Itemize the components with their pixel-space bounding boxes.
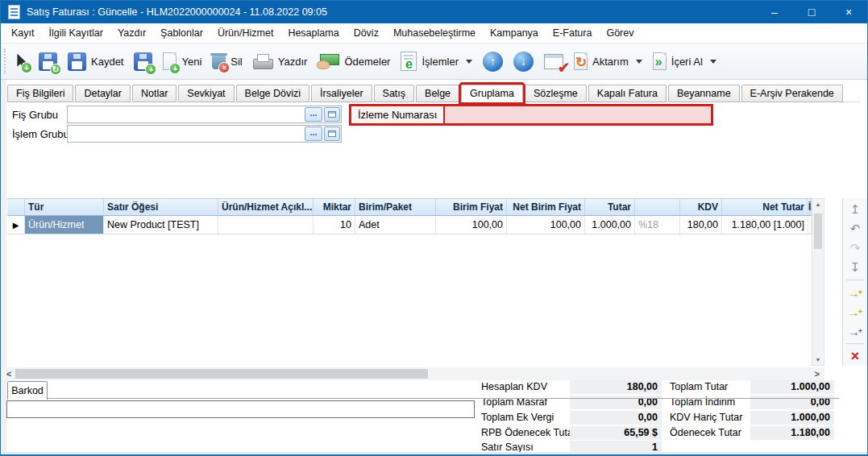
column-satir-ogesi[interactable]: Satır Öğesi	[104, 199, 218, 215]
menu-doviz[interactable]: Döviz	[347, 23, 386, 43]
cell-tutar[interactable]: 1.000,00	[585, 216, 635, 234]
menu-yazdir[interactable]: Yazdır	[110, 23, 153, 43]
maximize-button[interactable]: □	[793, 1, 830, 23]
menu-kampanya[interactable]: Kampanya	[483, 23, 546, 43]
floppy-icon	[68, 52, 86, 71]
grid-horizontal-scrollbar[interactable]: < >	[2, 367, 824, 380]
insert-line-icon[interactable]: →+	[843, 283, 867, 302]
column-net-tutar[interactable]: Net Tutar	[722, 199, 808, 215]
tab-belge[interactable]: Belge	[416, 85, 459, 102]
scroll-up-icon[interactable]: ▲	[812, 201, 824, 207]
close-button[interactable]: ×	[830, 1, 867, 23]
iceri-al-dropdown-icon[interactable]	[710, 60, 716, 64]
tab-beyanname[interactable]: Beyanname	[668, 85, 740, 102]
toolbar-drag-handle[interactable]	[4, 48, 6, 74]
menu-e-fatura[interactable]: E-Fatura	[546, 23, 600, 43]
payments-button[interactable]: Ödemeler	[318, 53, 390, 69]
table-row[interactable]: ▶ Ürün/Hizmet New Product [TEST] 10 Adet…	[7, 216, 812, 234]
cell-miktar[interactable]: 10	[314, 216, 355, 234]
cell-aciklama[interactable]	[218, 216, 314, 234]
horizontal-scroll-thumb[interactable]	[15, 369, 428, 379]
vertical-scroll-thumb[interactable]	[814, 213, 822, 249]
menu-kayit[interactable]: Kayıt	[4, 23, 42, 43]
fis-grubu-list-icon[interactable]	[324, 107, 340, 122]
print-button[interactable]: Yazdır	[253, 54, 308, 69]
up-circle-icon: ↑	[483, 52, 503, 72]
menu-gorev[interactable]: Görev	[599, 23, 641, 43]
move-down-button[interactable]: ↓	[513, 52, 534, 72]
minimize-button[interactable]: –	[756, 1, 793, 23]
tab-fis-bilgileri[interactable]: Fiş Bilgileri	[7, 85, 73, 102]
add-record-button[interactable]: +	[15, 54, 28, 69]
column-birim-fiyat[interactable]: Birim Fiyat	[436, 199, 507, 215]
menu-muhasebelestirme[interactable]: Muhasebeleştirme	[386, 23, 483, 43]
fis-grubu-lookup-icon[interactable]: ...	[305, 107, 322, 122]
tab-sozlesme[interactable]: Sözleşme	[525, 85, 587, 102]
move-up-button[interactable]: ↑	[483, 52, 503, 72]
check-window-icon: ✔	[544, 54, 563, 69]
cell-net-tutar[interactable]: 1.180,00 [1.000]	[722, 216, 808, 234]
save-as-new-button[interactable]: +	[134, 52, 152, 71]
toolbar-divider	[846, 343, 864, 344]
undo-line-icon[interactable]: ↶	[843, 219, 867, 238]
cell-satir-ogesi[interactable]: New Product [TEST]	[104, 216, 218, 234]
menu-urun-hizmet[interactable]: Ürün/Hizmet	[210, 23, 280, 43]
approve-button[interactable]: ✔	[544, 54, 563, 69]
save-button[interactable]: Kaydet	[68, 52, 123, 71]
tab-sevkiyat[interactable]: Sevkiyat	[178, 85, 234, 102]
iceri-al-button[interactable]: » İçeri Al	[653, 52, 716, 70]
delete-line-icon[interactable]: ×	[843, 346, 867, 366]
tab-notlar[interactable]: Notlar	[132, 85, 177, 102]
islemler-button[interactable]: e İşlemler	[401, 52, 472, 71]
column-net-birim-fiyat[interactable]: Net Birim Fiyat	[507, 199, 585, 215]
aktarim-dropdown-icon[interactable]	[636, 60, 642, 64]
column-tur[interactable]: Tür	[25, 199, 104, 215]
copy-line-icon[interactable]: →+	[843, 321, 867, 341]
menu-ilgili-kayitlar[interactable]: İlgili Kayıtlar	[42, 23, 110, 43]
tab-irsaliyeler[interactable]: İrsaliyeler	[311, 85, 372, 102]
cell-birim-fiyat[interactable]: 100,00	[436, 216, 507, 234]
tab-kapali-fatura[interactable]: Kapalı Fatura	[588, 85, 667, 102]
left-gutter	[1, 80, 6, 454]
scroll-down-icon[interactable]: ▼	[812, 357, 824, 363]
scroll-right-icon[interactable]: >	[815, 368, 820, 379]
menu-sablonlar[interactable]: Şablonlar	[153, 23, 210, 43]
save-refresh-button[interactable]: ↻	[39, 52, 57, 71]
tab-e-arsiv-perakende[interactable]: E-Arşiv Perakende	[741, 85, 843, 102]
tab-detaylar[interactable]: Detaylar	[75, 85, 131, 102]
column-kdv-orani[interactable]	[635, 199, 680, 215]
fis-grubu-input[interactable]	[69, 106, 303, 122]
delete-button[interactable]: × Sil	[212, 53, 242, 69]
cell-net-birim-fiyat[interactable]: 100,00	[507, 216, 585, 234]
izleme-numarasi-input[interactable]	[445, 106, 711, 123]
redo-line-icon[interactable]: ↷	[843, 238, 867, 258]
tab-barkod[interactable]: Barkod	[7, 381, 48, 400]
new-button[interactable]: + Yeni	[163, 52, 201, 70]
tab-gruplama[interactable]: Gruplama	[461, 85, 523, 102]
tab-belge-dovizi[interactable]: Belge Dövizi	[236, 85, 309, 102]
column-tutar[interactable]: Tutar	[585, 199, 635, 215]
move-line-last-icon[interactable]: ↧	[843, 258, 867, 277]
islem-grubu-lookup-icon[interactable]: ...	[305, 126, 322, 141]
cell-birim-paket[interactable]: Adet	[355, 216, 436, 234]
move-line-first-icon[interactable]: ↥	[843, 200, 867, 219]
cell-tur[interactable]: Ürün/Hizmet	[25, 216, 104, 234]
column-aciklama[interactable]: Ürün/Hizmet Açıkl...	[218, 199, 314, 215]
aktarim-button[interactable]: ↻ Aktarım	[574, 52, 642, 70]
islem-grubu-list-icon[interactable]	[324, 126, 340, 141]
scroll-left-icon[interactable]: <	[6, 368, 11, 379]
menu-bar: Kayıt İlgili Kayıtlar Yazdır Şablonlar Ü…	[1, 23, 867, 43]
insert-line-below-icon[interactable]: →+	[843, 302, 867, 321]
islemler-dropdown-icon[interactable]	[466, 60, 472, 64]
column-row-selector[interactable]	[7, 199, 25, 215]
grid-vertical-scrollbar[interactable]: ▲ ▼	[812, 198, 824, 366]
tab-satis[interactable]: Satış	[374, 85, 415, 102]
cell-kdv[interactable]: 180,00	[680, 216, 722, 234]
column-miktar[interactable]: Miktar	[314, 199, 355, 215]
barkod-input[interactable]	[6, 400, 475, 418]
menu-hesaplama[interactable]: Hesaplama	[280, 23, 346, 43]
column-birim-paket[interactable]: Birim/Paket	[355, 199, 436, 215]
column-kdv[interactable]: KDV	[680, 199, 722, 215]
cell-kdv-orani[interactable]: %18	[635, 216, 680, 234]
islem-grubu-input[interactable]	[69, 126, 303, 142]
